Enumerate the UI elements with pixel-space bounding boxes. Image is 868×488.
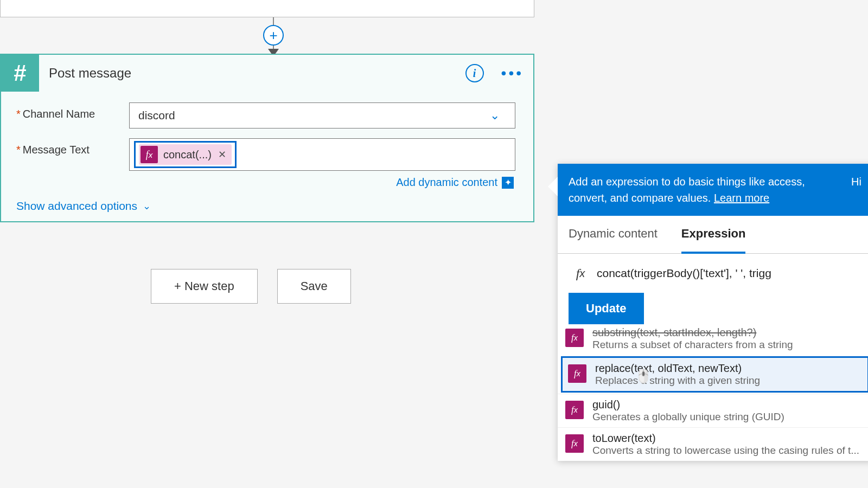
fx-icon: fx (565, 329, 584, 347)
remove-token-icon[interactable]: ✕ (218, 149, 226, 160)
save-button[interactable]: Save (277, 269, 351, 304)
learn-more-link[interactable]: Learn more (714, 192, 769, 204)
channel-name-label: *Channel Name (16, 102, 129, 120)
show-advanced-options-toggle[interactable]: Show advanced options ⌄ (16, 200, 518, 213)
chevron-down-icon: ⌄ (490, 108, 500, 123)
add-step-icon[interactable]: + (263, 25, 284, 46)
tab-expression[interactable]: Expression (681, 216, 746, 254)
expression-panel: Add an expression to do basic things lik… (558, 164, 868, 461)
step-title: Post message (49, 66, 465, 81)
fx-icon: fx (141, 146, 158, 163)
update-button[interactable]: Update (569, 293, 644, 324)
slack-hash-icon: # (1, 55, 39, 92)
message-text-input[interactable]: fx concat(...) ✕ (129, 138, 515, 171)
previous-step-card[interactable] (0, 0, 534, 17)
panel-hint: Add an expression to do basic things lik… (569, 176, 805, 204)
step-card-post-message: # Post message i ••• *Channel Name disco… (0, 54, 534, 222)
new-step-button[interactable]: + New step (151, 269, 258, 304)
function-list: fx substring(text, startIndex, length?) … (558, 326, 868, 461)
tab-dynamic-content[interactable]: Dynamic content (569, 216, 658, 253)
fx-icon: fx (565, 434, 584, 453)
fx-icon: fx (565, 401, 584, 419)
function-item-substring[interactable]: fx substring(text, startIndex, length?) … (558, 326, 868, 355)
hide-panel-link[interactable]: Hi (851, 174, 861, 206)
function-item-tolower[interactable]: fx toLower(text) Converts a string to lo… (558, 427, 868, 461)
message-text-label: *Message Text (16, 138, 129, 156)
function-item-guid[interactable]: fx guid() Generates a globally unique st… (558, 394, 868, 427)
fx-icon: fx (569, 261, 592, 285)
sparkle-icon: ✦ (502, 177, 514, 189)
channel-name-select[interactable]: discord ⌄ (129, 102, 515, 129)
expression-input[interactable]: concat(triggerBody()['text'], ' ', trigg (592, 267, 861, 280)
panel-pointer-icon (548, 177, 558, 196)
flow-connector: + (260, 17, 286, 55)
more-menu-icon[interactable]: ••• (501, 65, 524, 82)
add-dynamic-content-link[interactable]: Add dynamic content ✦ (129, 176, 514, 189)
expression-token[interactable]: fx concat(...) ✕ (139, 144, 232, 165)
function-item-replace[interactable]: fx replace(text, oldText, newText) Repla… (561, 356, 868, 393)
info-icon[interactable]: i (465, 64, 484, 82)
fx-icon: fx (568, 364, 586, 383)
chevron-down-icon: ⌄ (143, 200, 151, 212)
